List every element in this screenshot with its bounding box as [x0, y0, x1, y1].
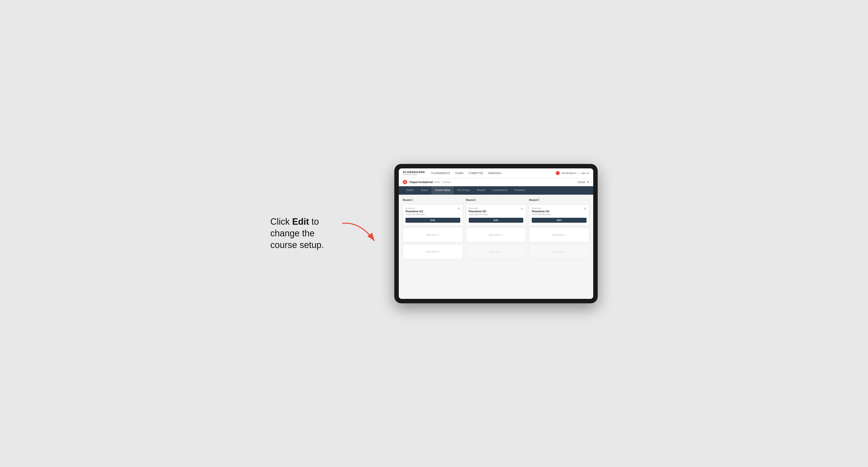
round-3-add-plus-2: + [565, 250, 566, 253]
tablet: SCOREBOARD Powered by clippd TOURNAMENTS… [394, 164, 598, 303]
nav-teams[interactable]: TEAMS [455, 172, 464, 175]
tournament-status: Hosting [443, 181, 451, 183]
round-3-add-label-2: Add Course [552, 250, 564, 253]
round-2-course-card: ⊗ (Course A) Peachtree GC Yellow (M) (66… [466, 205, 526, 225]
page-wrapper: Click Edit to change the course setup. S… [260, 164, 608, 303]
tab-tee-groups[interactable]: Tee Groups [454, 186, 473, 195]
logo-title: SCOREBOARD [403, 171, 425, 174]
instruction-text: Click Edit to change the course setup. [270, 216, 340, 251]
cancel-button[interactable]: Cancel [578, 181, 585, 184]
round-3-edit-button[interactable]: Edit [532, 218, 587, 223]
round-1-add-label-2: Add Course [426, 250, 437, 253]
round-1-title: Round 1 [403, 199, 463, 201]
main-content: Round 1 ⊗ (Course A) Peachtree GC Yellow… [399, 195, 593, 299]
logo-sub: Powered by clippd [403, 174, 425, 175]
instruction-block: Click Edit to change the course setup. [270, 216, 379, 251]
sub-header-right: Cancel ✕ [578, 180, 589, 184]
round-3-delete-icon[interactable]: ⊗ [583, 207, 587, 211]
nav-rankings[interactable]: RANKINGS [488, 172, 501, 175]
round-2-add-label-2: Add Course [489, 250, 501, 253]
top-nav: SCOREBOARD Powered by clippd TOURNAMENTS… [399, 168, 593, 178]
user-avatar [556, 171, 560, 175]
round-1-edit-button[interactable]: Edit [405, 218, 460, 223]
round-2-title: Round 2 [466, 199, 526, 201]
round-1-course-card: ⊗ (Course A) Peachtree GC Yellow (M) (66… [403, 205, 463, 225]
round-2-add-label-1: Add Course [489, 234, 501, 236]
round-2-column: Round 2 ⊗ (Course A) Peachtree GC Yellow… [466, 199, 526, 259]
tab-details[interactable]: Details [403, 186, 417, 195]
tournament-name: Clippd Invitational [409, 181, 433, 184]
round-1-column: Round 1 ⊗ (Course A) Peachtree GC Yellow… [403, 199, 463, 259]
sign-out-link[interactable]: Sign out [581, 172, 589, 174]
round-3-add-course-2: Add Course + [529, 244, 589, 259]
tab-results[interactable]: Results [473, 186, 489, 195]
round-3-course-details: Yellow (M) (6629 yds) [532, 213, 587, 216]
round-1-add-plus-2: + [438, 250, 440, 253]
nav-committee[interactable]: COMMITTEE [468, 172, 483, 175]
round-1-delete-icon[interactable]: ⊗ [457, 207, 461, 211]
round-3-title: Round 3 [529, 199, 589, 201]
tabs-bar: Details Teams Course Setup Tee Groups Re… [399, 186, 593, 195]
round-3-add-course-1[interactable]: Add Course + [529, 227, 589, 242]
tab-teams[interactable]: Teams [417, 186, 432, 195]
round-3-course-card: ⊗ (Course A) Peachtree GC Yellow (M) (66… [529, 205, 589, 225]
tablet-screen: SCOREBOARD Powered by clippd TOURNAMENTS… [399, 168, 593, 299]
round-1-add-course-1[interactable]: Add Course + [403, 227, 463, 242]
round-2-edit-button[interactable]: Edit [469, 218, 524, 223]
sub-header: C Clippd Invitational (Men) Hosting Canc… [399, 178, 593, 186]
round-3-add-plus-1: + [565, 234, 566, 236]
nav-tournaments[interactable]: TOURNAMENTS [431, 172, 450, 175]
round-3-course-name: Peachtree GC [532, 210, 587, 213]
user-email: blair@clippd.io [562, 172, 576, 174]
round-1-course-details: Yellow (M) (6629 yds) [405, 213, 460, 216]
round-2-course-name: Peachtree GC [469, 210, 524, 213]
round-2-add-course-1[interactable]: Add Course + [466, 227, 526, 242]
top-nav-right: blair@clippd.io | Sign out [556, 171, 589, 175]
round-2-delete-icon[interactable]: ⊗ [520, 207, 524, 211]
round-2-add-plus-1: + [501, 234, 503, 236]
round-2-course-details: Yellow (M) (6629 yds) [469, 213, 524, 216]
arrow-icon [340, 218, 379, 248]
round-1-add-label-1: Add Course [426, 234, 437, 236]
arrow-container [340, 218, 379, 248]
round-3-add-label-1: Add Course [552, 234, 564, 236]
round-1-course-label: (Course A) [405, 207, 460, 209]
tournament-gender: (Men) [434, 181, 440, 183]
round-1-course-name: Peachtree GC [405, 210, 460, 213]
round-1-add-course-2[interactable]: Add Course + [403, 244, 463, 259]
tab-printables[interactable]: Printables [511, 186, 529, 195]
round-1-add-plus-1: + [438, 234, 440, 236]
cancel-x-icon[interactable]: ✕ [587, 180, 589, 184]
round-3-course-label: (Course A) [532, 207, 587, 209]
rounds-grid: Round 1 ⊗ (Course A) Peachtree GC Yellow… [403, 199, 589, 259]
tab-course-setup[interactable]: Course Setup [432, 186, 454, 195]
clippd-logo: C [403, 180, 407, 184]
round-2-add-course-2: Add Course + [466, 244, 526, 259]
scoreboard-logo: SCOREBOARD Powered by clippd [403, 171, 425, 175]
round-2-add-plus-2: + [501, 250, 503, 253]
top-nav-links: TOURNAMENTS TEAMS COMMITTEE RANKINGS [431, 172, 556, 175]
round-2-course-label: (Course A) [469, 207, 524, 209]
round-3-column: Round 3 ⊗ (Course A) Peachtree GC Yellow… [529, 199, 589, 259]
nav-separator: | [579, 172, 579, 174]
tab-leaderboards[interactable]: Leaderboards [489, 186, 511, 195]
